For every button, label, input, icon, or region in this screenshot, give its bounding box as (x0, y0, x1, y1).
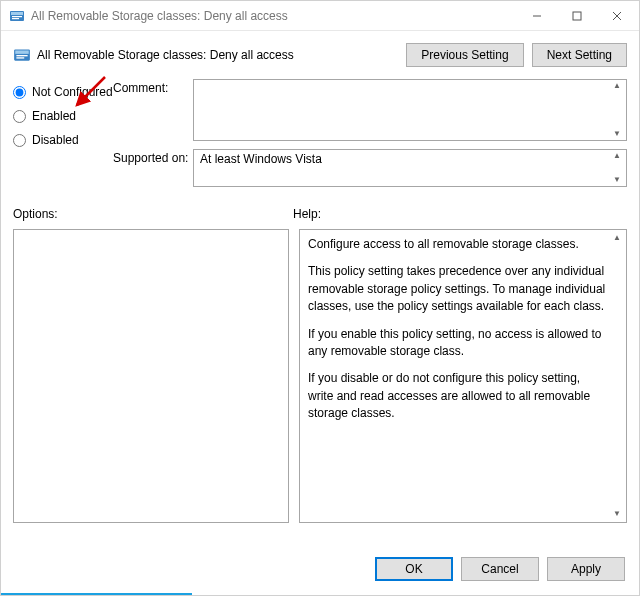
supported-on-value: At least Windows Vista (200, 152, 322, 166)
radio-not-configured-label: Not Configured (32, 85, 113, 99)
help-paragraph: This policy setting takes precedence ove… (308, 263, 608, 315)
supported-scrollbar[interactable]: ▲ ▼ (610, 152, 624, 184)
radio-enabled-label: Enabled (32, 109, 76, 123)
radio-disabled-label: Disabled (32, 133, 79, 147)
scroll-up-icon[interactable]: ▲ (610, 234, 624, 242)
svg-rect-2 (12, 16, 22, 17)
svg-rect-11 (16, 57, 24, 58)
help-scrollbar[interactable]: ▲ ▼ (610, 234, 624, 518)
previous-setting-button[interactable]: Previous Setting (406, 43, 523, 67)
radio-not-configured[interactable]: Not Configured (13, 85, 113, 99)
scroll-up-icon[interactable]: ▲ (610, 152, 624, 160)
svg-rect-5 (573, 12, 581, 20)
apply-button[interactable]: Apply (547, 557, 625, 581)
close-button[interactable] (597, 2, 637, 30)
radio-not-configured-input[interactable] (13, 86, 26, 99)
options-pane[interactable] (13, 229, 289, 523)
scroll-down-icon[interactable]: ▼ (610, 176, 624, 184)
policy-icon (9, 8, 25, 24)
header-row: All Removable Storage classes: Deny all … (1, 31, 639, 75)
help-paragraph: If you disable or do not configure this … (308, 370, 608, 422)
policy-dialog-window: All Removable Storage classes: Deny all … (0, 0, 640, 596)
scroll-up-icon[interactable]: ▲ (610, 82, 624, 90)
help-paragraph: If you enable this policy setting, no ac… (308, 326, 608, 361)
scroll-down-icon[interactable]: ▼ (610, 130, 624, 138)
svg-rect-9 (15, 51, 29, 54)
cancel-button[interactable]: Cancel (461, 557, 539, 581)
help-label: Help: (293, 207, 627, 221)
scroll-down-icon[interactable]: ▼ (610, 510, 624, 518)
titlebar: All Removable Storage classes: Deny all … (1, 1, 639, 31)
options-label: Options: (13, 207, 293, 221)
comment-input[interactable]: ▲ ▼ (193, 79, 627, 141)
radio-enabled-input[interactable] (13, 110, 26, 123)
comment-label: Comment: (113, 79, 193, 141)
maximize-button[interactable] (557, 2, 597, 30)
help-paragraph: Configure access to all removable storag… (308, 236, 608, 253)
radio-disabled[interactable]: Disabled (13, 133, 113, 147)
page-title: All Removable Storage classes: Deny all … (37, 48, 398, 62)
dialog-footer: OK Cancel Apply (1, 545, 639, 593)
comment-scrollbar[interactable]: ▲ ▼ (610, 82, 624, 138)
window-title: All Removable Storage classes: Deny all … (31, 9, 517, 23)
supported-on-field: At least Windows Vista ▲ ▼ (193, 149, 627, 187)
accent-bar (1, 593, 639, 595)
help-pane[interactable]: Configure access to all removable storag… (299, 229, 627, 523)
state-radio-group: Not Configured Enabled Disabled (13, 79, 113, 195)
policy-icon (13, 46, 31, 64)
svg-rect-1 (11, 12, 23, 15)
minimize-button[interactable] (517, 2, 557, 30)
radio-disabled-input[interactable] (13, 134, 26, 147)
section-labels: Options: Help: (1, 207, 639, 221)
ok-button[interactable]: OK (375, 557, 453, 581)
svg-rect-3 (12, 18, 19, 19)
next-setting-button[interactable]: Next Setting (532, 43, 627, 67)
supported-on-label: Supported on: (113, 149, 193, 187)
svg-rect-10 (16, 55, 27, 56)
radio-enabled[interactable]: Enabled (13, 109, 113, 123)
